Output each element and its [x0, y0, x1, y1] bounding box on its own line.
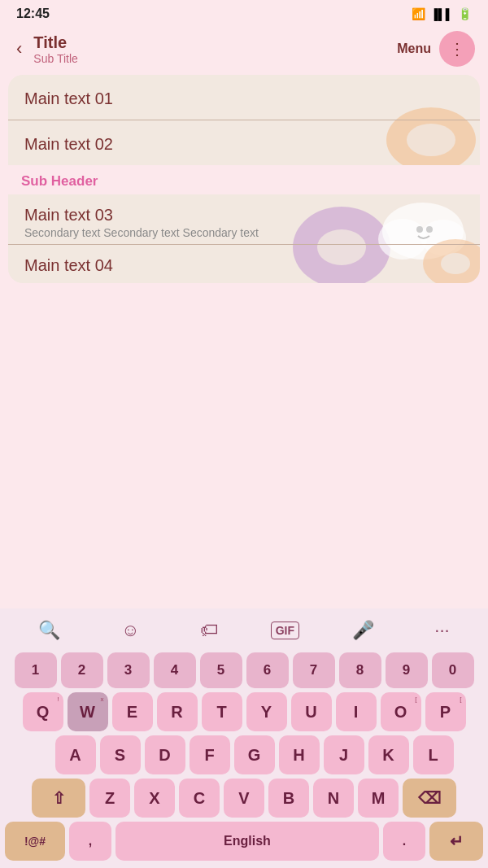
keyboard-search-icon[interactable]: 🔍: [30, 617, 68, 644]
app-bar: ‹ Title Sub Title Menu ⋮: [0, 24, 488, 75]
keyboard-key-J[interactable]: J: [324, 735, 364, 774]
keyboard-key-Y[interactable]: Y: [246, 692, 287, 731]
keyboard-key-6[interactable]: 6: [246, 652, 289, 688]
main-text-02: Main text 02: [24, 135, 464, 154]
keyboard-key-B[interactable]: B: [268, 779, 309, 818]
list-item-1[interactable]: Main text 01: [8, 75, 480, 120]
app-title: Title: [33, 33, 77, 52]
keyboard-key-8[interactable]: 8: [339, 652, 381, 688]
status-icons: 📶 ▐▌▌ 🔋: [412, 7, 472, 20]
keyboard-key-X[interactable]: X: [134, 779, 175, 818]
content-block-1: Main text 01 Main text 02: [8, 75, 480, 165]
list-item-2[interactable]: Main text 02: [8, 120, 480, 165]
keyboard-space-button[interactable]: English: [115, 822, 379, 861]
battery-icon: 🔋: [458, 7, 472, 20]
keyboard: 🔍 ☺ 🏷 GIF 🎤 ··· 1234567890 Q!WxERTYUIO[P…: [0, 608, 488, 868]
keyboard-key-V[interactable]: V: [224, 779, 264, 818]
main-text-03: Main text 03: [24, 206, 464, 225]
keyboard-gif-button[interactable]: GIF: [271, 622, 299, 639]
keyboard-more-icon[interactable]: ···: [426, 617, 457, 644]
keyboard-key-L[interactable]: L: [413, 735, 454, 774]
status-bar: 12:45 📶 ▐▌▌ 🔋: [0, 0, 488, 24]
menu-button[interactable]: Menu: [397, 41, 431, 56]
more-button[interactable]: ⋮: [439, 31, 475, 67]
keyboard-key-T[interactable]: T: [202, 692, 242, 731]
signal-icon: ▐▌▌: [430, 8, 453, 20]
keyboard-key-G[interactable]: G: [234, 735, 275, 774]
keyboard-rows: 1234567890 Q!WxERTYUIO[P[ ASDFGHJKL ⇧ZXC…: [0, 649, 488, 868]
keyboard-key-2[interactable]: 2: [61, 652, 103, 688]
keyboard-key-9[interactable]: 9: [386, 652, 428, 688]
keyboard-key-4[interactable]: 4: [154, 652, 196, 688]
keyboard-period-button[interactable]: .: [383, 822, 425, 861]
keyboard-key-C[interactable]: C: [179, 779, 220, 818]
keyboard-row-zxcv: ⇧ZXCVBNM⌫: [5, 779, 483, 818]
keyboard-shift-button[interactable]: ⇧: [32, 779, 85, 818]
content-block-2: Main text 03 Secondary text Secondary te…: [8, 194, 480, 283]
keyboard-key-P[interactable]: P[: [425, 692, 466, 731]
keyboard-key-I[interactable]: I: [336, 692, 377, 731]
keyboard-sticker-icon[interactable]: 🏷: [192, 617, 226, 644]
keyboard-enter-button[interactable]: ↵: [429, 822, 483, 861]
app-bar-left: ‹ Title Sub Title: [13, 33, 78, 65]
keyboard-key-1[interactable]: 1: [15, 652, 57, 688]
keyboard-delete-button[interactable]: ⌫: [403, 779, 456, 818]
keyboard-key-Q[interactable]: Q!: [23, 692, 63, 731]
keyboard-key-Z[interactable]: Z: [89, 779, 130, 818]
status-time: 12:45: [16, 7, 50, 21]
keyboard-key-A[interactable]: A: [55, 735, 96, 774]
app-bar-right: Menu ⋮: [397, 31, 475, 67]
keyboard-toolbar: 🔍 ☺ 🏷 GIF 🎤 ···: [0, 608, 488, 649]
main-text-04: Main text 04: [24, 256, 464, 275]
keyboard-symbols-button[interactable]: !@#: [5, 822, 65, 861]
back-button[interactable]: ‹: [13, 35, 25, 63]
keyboard-num-row: 1234567890: [5, 652, 483, 688]
secondary-text-03: Secondary text Secondary text Secondary …: [24, 226, 464, 239]
title-group: Title Sub Title: [33, 33, 77, 65]
keyboard-row-qwerty: Q!WxERTYUIO[P[: [5, 692, 483, 731]
keyboard-key-O[interactable]: O[: [381, 692, 421, 731]
keyboard-key-S[interactable]: S: [100, 735, 141, 774]
keyboard-key-R[interactable]: R: [157, 692, 198, 731]
app-subtitle: Sub Title: [33, 52, 77, 65]
keyboard-key-3[interactable]: 3: [107, 652, 150, 688]
keyboard-key-5[interactable]: 5: [200, 652, 242, 688]
wifi-icon: 📶: [412, 7, 425, 20]
list-item-4[interactable]: Main text 04: [8, 244, 480, 283]
keyboard-key-0[interactable]: 0: [432, 652, 474, 688]
keyboard-emoji-icon[interactable]: ☺: [113, 617, 147, 644]
keyboard-key-F[interactable]: F: [190, 735, 230, 774]
keyboard-bottom-row: !@#,English.↵: [5, 822, 483, 861]
keyboard-key-U[interactable]: U: [291, 692, 332, 731]
keyboard-key-M[interactable]: M: [358, 779, 399, 818]
keyboard-key-7[interactable]: 7: [293, 652, 335, 688]
keyboard-key-W[interactable]: Wx: [68, 692, 108, 731]
keyboard-key-H[interactable]: H: [279, 735, 320, 774]
keyboard-comma-button[interactable]: ,: [69, 822, 111, 861]
keyboard-key-D[interactable]: D: [145, 735, 185, 774]
main-text-01: Main text 01: [24, 89, 464, 108]
keyboard-key-E[interactable]: E: [112, 692, 153, 731]
keyboard-key-K[interactable]: K: [368, 735, 409, 774]
sub-header: Sub Header: [8, 165, 480, 194]
keyboard-mic-icon[interactable]: 🎤: [344, 617, 382, 644]
list-item-3[interactable]: Main text 03 Secondary text Secondary te…: [8, 194, 480, 244]
keyboard-row-asdf: ASDFGHJKL: [5, 735, 483, 774]
keyboard-key-N[interactable]: N: [313, 779, 354, 818]
